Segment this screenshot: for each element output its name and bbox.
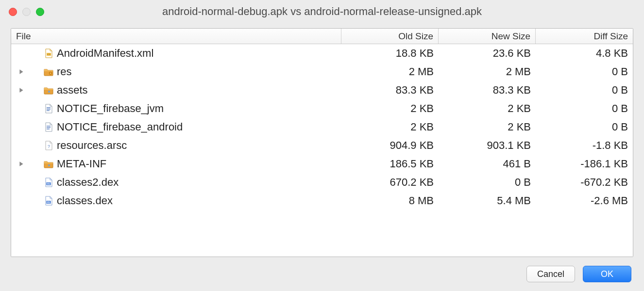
old-size-cell: 8 MB (341, 194, 439, 207)
file-cell: META-INF (11, 158, 341, 170)
diff-size-cell: -186.1 KB (536, 158, 633, 170)
svg-point-4 (48, 91, 50, 93)
file-name: resources.arsc (57, 139, 127, 152)
new-size-cell: 903.1 KB (439, 139, 536, 152)
table-body: <>AndroidManifest.xml18.8 KB23.6 KB4.8 K… (11, 44, 633, 257)
diff-size-cell: 0 B (536, 65, 633, 78)
xml-icon: <> (43, 48, 54, 59)
table-row[interactable]: 01classes.dex8 MB5.4 MB-2.6 MB (11, 192, 633, 210)
dex-icon: 01 (43, 195, 54, 206)
table-row[interactable]: assets83.3 KB83.3 KB0 B (11, 81, 633, 99)
diff-size-cell: 0 B (536, 102, 633, 115)
dialog-window: android-normal-debug.apk vs android-norm… (0, 0, 644, 291)
new-size-cell: 461 B (439, 158, 536, 170)
file-cell: NOTICE_firebase_android (11, 121, 341, 133)
diff-size-cell: -670.2 KB (536, 176, 633, 189)
file-cell: NOTICE_firebase_jvm (11, 102, 341, 115)
window-title: android-normal-debug.apk vs android-norm… (0, 5, 644, 18)
folder-icon (43, 159, 54, 169)
file-name: res (57, 65, 72, 78)
window-controls (9, 8, 44, 16)
new-size-cell: 0 B (439, 176, 536, 189)
old-size-cell: 18.8 KB (341, 47, 439, 60)
table-row[interactable]: NOTICE_firebase_android2 KB2 KB0 B (11, 118, 633, 136)
diff-size-cell: -2.6 MB (536, 194, 633, 207)
text-icon (43, 122, 54, 132)
file-cell: assets (11, 84, 341, 97)
file-name: AndroidManifest.xml (57, 47, 153, 60)
dex-icon: 01 (43, 177, 54, 188)
table-row[interactable]: META-INF186.5 KB461 B-186.1 KB (11, 155, 633, 173)
new-size-cell: 5.4 MB (439, 194, 536, 207)
new-size-cell: 2 KB (439, 121, 536, 133)
table-row[interactable]: res2 MB2 MB0 B (11, 63, 633, 81)
svg-text:?: ? (48, 144, 50, 149)
close-button[interactable] (9, 8, 17, 16)
table-container: File Old Size New Size Diff Size <>Andro… (11, 28, 633, 257)
minimize-button[interactable] (22, 8, 31, 16)
old-size-cell: 186.5 KB (341, 158, 439, 170)
folder-res-icon (43, 66, 54, 77)
old-size-cell: 2 KB (341, 121, 439, 133)
column-header-file[interactable]: File (11, 29, 341, 44)
old-size-cell: 2 KB (341, 102, 439, 115)
svg-text:01: 01 (47, 182, 50, 185)
diff-size-cell: 4.8 KB (536, 47, 633, 60)
file-name: NOTICE_firebase_android (57, 121, 183, 133)
svg-text:<>: <> (47, 53, 51, 56)
file-cell: <>AndroidManifest.xml (11, 47, 341, 60)
old-size-cell: 83.3 KB (341, 84, 439, 97)
ok-button[interactable]: OK (583, 266, 631, 282)
table-header: File Old Size New Size Diff Size (11, 29, 633, 44)
file-name: assets (57, 84, 88, 97)
expand-icon[interactable] (16, 69, 27, 75)
old-size-cell: 2 MB (341, 65, 439, 78)
table-row[interactable]: 01classes2.dex670.2 KB0 B-670.2 KB (11, 173, 633, 192)
file-cell: res (11, 65, 341, 78)
old-size-cell: 904.9 KB (341, 139, 439, 152)
unknown-icon: ? (43, 140, 54, 151)
file-name: classes.dex (57, 194, 113, 207)
file-name: classes2.dex (57, 176, 119, 189)
cancel-button[interactable]: Cancel (526, 266, 575, 282)
new-size-cell: 23.6 KB (439, 47, 536, 60)
file-cell: 01classes2.dex (11, 176, 341, 189)
expand-icon[interactable] (16, 87, 27, 93)
expand-icon[interactable] (16, 161, 27, 167)
column-header-new-size[interactable]: New Size (439, 29, 536, 44)
file-name: META-INF (57, 158, 106, 170)
svg-text:01: 01 (47, 201, 50, 204)
new-size-cell: 83.3 KB (439, 84, 536, 97)
old-size-cell: 670.2 KB (341, 176, 439, 189)
text-icon (43, 103, 54, 114)
svg-rect-3 (50, 73, 51, 74)
titlebar: android-normal-debug.apk vs android-norm… (0, 0, 644, 23)
diff-size-cell: 0 B (536, 121, 633, 133)
dialog-buttons: Cancel OK (0, 257, 644, 291)
diff-size-cell: 0 B (536, 84, 633, 97)
new-size-cell: 2 KB (439, 102, 536, 115)
file-cell: ?resources.arsc (11, 139, 341, 152)
file-name: NOTICE_firebase_jvm (57, 102, 164, 115)
table-row[interactable]: NOTICE_firebase_jvm2 KB2 KB0 B (11, 99, 633, 118)
file-cell: 01classes.dex (11, 194, 341, 207)
diff-size-cell: -1.8 KB (536, 139, 633, 152)
column-header-old-size[interactable]: Old Size (341, 29, 439, 44)
table-row[interactable]: ?resources.arsc904.9 KB903.1 KB-1.8 KB (11, 136, 633, 155)
svg-point-12 (48, 164, 50, 166)
folder-icon (43, 85, 54, 96)
new-size-cell: 2 MB (439, 65, 536, 78)
zoom-button[interactable] (36, 8, 44, 16)
column-header-diff-size[interactable]: Diff Size (536, 29, 633, 44)
table-row[interactable]: <>AndroidManifest.xml18.8 KB23.6 KB4.8 K… (11, 44, 633, 63)
